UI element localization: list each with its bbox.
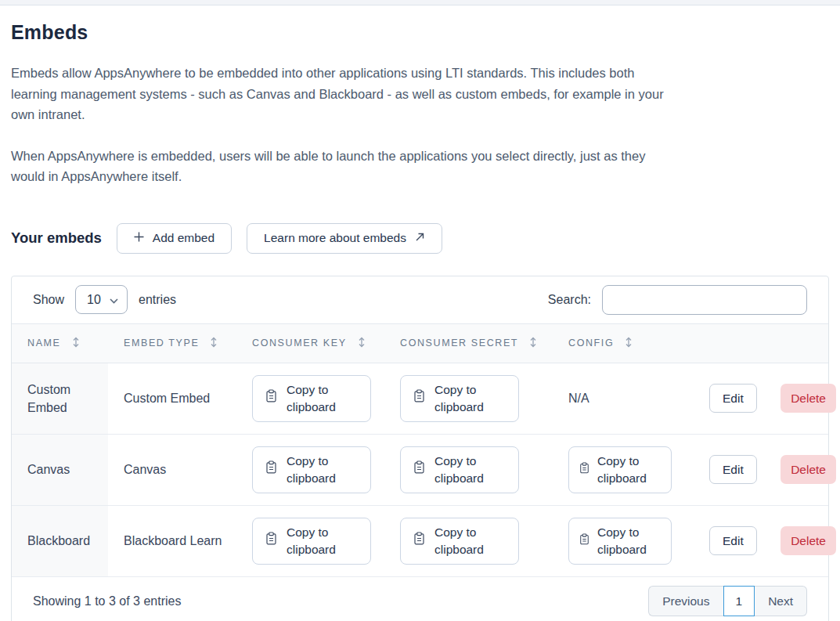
cell-name: Blackboard bbox=[12, 505, 108, 576]
sort-icon bbox=[72, 337, 80, 350]
search-control: Search: bbox=[548, 285, 807, 315]
column-header-consumer-key[interactable]: CONSUMER KEY bbox=[236, 323, 384, 363]
clipboard-icon bbox=[413, 532, 425, 550]
your-embeds-header: Your embeds Add embed Learn more about e… bbox=[11, 223, 829, 254]
entries-label: entries bbox=[139, 293, 176, 307]
learn-more-label: Learn more about embeds bbox=[264, 231, 406, 245]
page-size-control: Show 10 entries bbox=[33, 285, 176, 314]
copy-button-label: Copy to clipboard bbox=[434, 524, 489, 558]
column-header-name[interactable]: NAME bbox=[12, 323, 108, 363]
cell-embed-type: Blackboard Learn bbox=[108, 505, 236, 576]
column-header-actions bbox=[694, 323, 828, 363]
cell-name: Custom Embed bbox=[12, 363, 108, 434]
page-1-button[interactable]: 1 bbox=[723, 586, 755, 616]
copy-config-button[interactable]: Copy to clipboard bbox=[568, 446, 672, 493]
embeds-page: Embeds Embeds allow AppsAnywhere to be e… bbox=[0, 21, 840, 621]
pagination: Previous 1 Next bbox=[648, 586, 807, 616]
add-embed-button[interactable]: Add embed bbox=[117, 223, 232, 254]
column-label: CONSUMER KEY bbox=[252, 338, 347, 348]
column-header-embed-type[interactable]: EMBED TYPE bbox=[108, 323, 236, 363]
page-title: Embeds bbox=[11, 21, 829, 44]
cell-embed-type: Canvas bbox=[108, 434, 236, 505]
table-row: Custom Embed Custom Embed Copy to clipbo… bbox=[12, 363, 828, 434]
page-size-value: 10 bbox=[87, 293, 101, 307]
column-label: EMBED TYPE bbox=[124, 338, 199, 348]
chevron-down-icon bbox=[110, 293, 118, 307]
copy-button-label: Copy to clipboard bbox=[597, 524, 652, 558]
sort-icon bbox=[529, 337, 537, 350]
table-row: Blackboard Blackboard Learn Copy to clip… bbox=[12, 505, 828, 576]
column-header-config[interactable]: CONFIG bbox=[553, 323, 694, 363]
delete-button[interactable]: Delete bbox=[781, 384, 836, 413]
edit-button[interactable]: Edit bbox=[709, 455, 757, 484]
cell-name: Canvas bbox=[12, 434, 108, 505]
copy-config-button[interactable]: Copy to clipboard bbox=[568, 518, 672, 565]
add-embed-label: Add embed bbox=[153, 231, 215, 245]
embeds-table-card: Show 10 entries Search: NAME bbox=[11, 276, 829, 621]
show-label: Show bbox=[33, 293, 64, 307]
clipboard-icon bbox=[413, 460, 425, 478]
delete-button[interactable]: Delete bbox=[781, 455, 836, 484]
embeds-table: NAME EMBED TYPE CONSUMER KEY CONSUMER SE… bbox=[12, 323, 828, 577]
search-label: Search: bbox=[548, 293, 591, 307]
clipboard-icon bbox=[265, 389, 277, 407]
delete-button[interactable]: Delete bbox=[781, 526, 836, 555]
entries-summary: Showing 1 to 3 of 3 entries bbox=[33, 594, 181, 608]
clipboard-icon bbox=[579, 461, 589, 478]
table-header: NAME EMBED TYPE CONSUMER KEY CONSUMER SE… bbox=[12, 323, 828, 363]
copy-consumer-secret-button[interactable]: Copy to clipboard bbox=[400, 518, 519, 565]
clipboard-icon bbox=[265, 460, 277, 478]
search-input[interactable] bbox=[602, 285, 807, 315]
copy-consumer-secret-button[interactable]: Copy to clipboard bbox=[400, 446, 519, 493]
clipboard-icon bbox=[413, 389, 425, 407]
column-header-consumer-secret[interactable]: CONSUMER SECRET bbox=[384, 323, 553, 363]
copy-button-label: Copy to clipboard bbox=[287, 381, 341, 416]
copy-button-label: Copy to clipboard bbox=[287, 524, 341, 558]
intro-paragraph-1: Embeds allow AppsAnywhere to be embedded… bbox=[11, 63, 671, 125]
table-toolbar: Show 10 entries Search: bbox=[12, 276, 828, 323]
column-label: CONSUMER SECRET bbox=[400, 338, 518, 348]
previous-page-button[interactable]: Previous bbox=[648, 586, 723, 616]
copy-consumer-key-button[interactable]: Copy to clipboard bbox=[252, 518, 371, 565]
learn-more-button[interactable]: Learn more about embeds bbox=[247, 223, 442, 254]
plus-icon bbox=[134, 231, 144, 245]
edit-button[interactable]: Edit bbox=[709, 526, 757, 555]
cell-config: N/A bbox=[553, 363, 694, 434]
edit-button[interactable]: Edit bbox=[709, 384, 757, 413]
external-link-icon bbox=[415, 231, 425, 245]
table-row: Canvas Canvas Copy to clipboard Copy to … bbox=[12, 434, 828, 505]
cell-embed-type: Custom Embed bbox=[108, 363, 236, 434]
sort-icon bbox=[625, 337, 633, 350]
top-nav-edge bbox=[0, 0, 840, 5]
copy-button-label: Copy to clipboard bbox=[597, 453, 652, 487]
copy-consumer-key-button[interactable]: Copy to clipboard bbox=[252, 446, 371, 493]
column-label: NAME bbox=[27, 338, 61, 348]
sort-icon bbox=[210, 337, 218, 350]
next-page-button[interactable]: Next bbox=[755, 586, 807, 616]
copy-consumer-key-button[interactable]: Copy to clipboard bbox=[252, 375, 371, 422]
clipboard-icon bbox=[579, 533, 589, 550]
clipboard-icon bbox=[265, 532, 277, 550]
section-title: Your embeds bbox=[11, 229, 102, 247]
copy-button-label: Copy to clipboard bbox=[434, 381, 489, 416]
sort-icon bbox=[358, 337, 366, 350]
table-footer: Showing 1 to 3 of 3 entries Previous 1 N… bbox=[12, 577, 828, 621]
copy-button-label: Copy to clipboard bbox=[434, 453, 489, 487]
copy-consumer-secret-button[interactable]: Copy to clipboard bbox=[400, 375, 519, 422]
column-label: CONFIG bbox=[568, 338, 614, 348]
intro-paragraph-2: When AppsAnywhere is embedded, users wil… bbox=[11, 146, 671, 187]
copy-button-label: Copy to clipboard bbox=[287, 453, 341, 487]
page-size-select[interactable]: 10 bbox=[75, 285, 128, 314]
